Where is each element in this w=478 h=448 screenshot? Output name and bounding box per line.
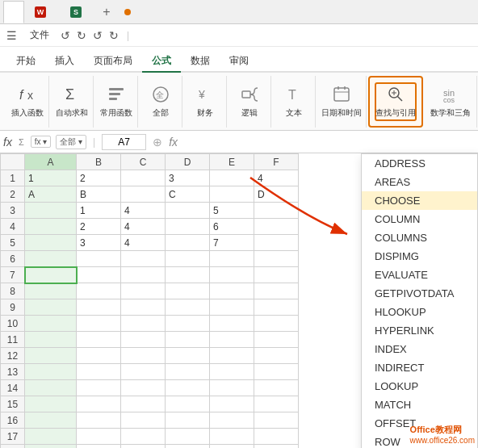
ribbon-tab-start[interactable]: 开始 [6,51,45,73]
cell-F2[interactable]: D [254,186,299,203]
ribbon-tab-review[interactable]: 审阅 [220,51,258,73]
cell-F18[interactable] [254,445,299,449]
cell-C18[interactable] [121,445,166,449]
cell-B11[interactable] [77,332,121,348]
cell-C7[interactable] [121,267,166,283]
cell-E18[interactable] [210,445,254,449]
cell-B2[interactable]: B [77,186,121,203]
cell-A2[interactable]: A [25,186,77,203]
cell-F4[interactable] [254,219,299,235]
cell-C13[interactable] [121,364,166,380]
undo2-icon[interactable]: ↺ [93,29,103,42]
cell-E11[interactable] [210,332,254,348]
cell-D11[interactable] [166,332,210,348]
cell-A12[interactable] [25,348,77,364]
math-button[interactable]: sin cos 数学和三角 [430,82,472,121]
redo-icon[interactable]: ↻ [77,29,86,42]
cell-C6[interactable] [121,251,166,267]
dropdown-item-hlookup[interactable]: HLOOKUP [362,303,477,321]
cell-F14[interactable] [254,380,299,396]
cell-F1[interactable]: 4 [254,170,299,186]
lookup-button[interactable]: 查找与引用 [375,82,417,121]
cell-D14[interactable] [166,380,210,396]
cell-C9[interactable] [121,299,166,316]
cell-C14[interactable] [121,380,166,396]
sigma-small-icon[interactable]: Σ [19,137,24,147]
text-button[interactable]: T 文本 [278,82,310,121]
cell-C2[interactable] [121,186,166,203]
logic-button[interactable]: 逻辑 [233,82,266,121]
cell-D12[interactable] [166,348,210,364]
cell-A5[interactable] [25,235,77,251]
auto-sum-button[interactable]: Σ 自动求和 [56,82,88,121]
all-fn-button[interactable]: 全 全部 [145,82,177,121]
cell-B14[interactable] [77,380,121,396]
cell-reference-input[interactable] [102,134,146,150]
cell-A1[interactable]: 1 [25,170,77,186]
cell-E6[interactable] [210,251,254,267]
dropdown-item-lookup[interactable]: LOOKUP [362,377,477,396]
cell-B10[interactable] [77,316,121,332]
datetime-button[interactable]: 日期和时间 [322,82,361,121]
cell-B17[interactable] [77,429,121,445]
cell-B3[interactable]: 1 [77,203,121,219]
hamburger-icon[interactable]: ☰ [6,29,17,42]
menu-file[interactable]: 文件 [23,27,56,44]
cell-A18[interactable] [25,445,77,449]
cell-D9[interactable] [166,299,210,316]
cell-D17[interactable] [166,429,210,445]
dropdown-item-columns[interactable]: COLUMNS [362,228,477,247]
cell-B1[interactable]: 2 [77,170,121,186]
cell-D5[interactable] [166,235,210,251]
cell-A7[interactable] [25,267,77,283]
cell-A13[interactable] [25,364,77,380]
cell-C16[interactable] [121,412,166,429]
cell-D2[interactable]: C [166,186,210,203]
cell-F9[interactable] [254,299,299,316]
cell-E8[interactable] [210,283,254,299]
cell-F17[interactable] [254,429,299,445]
cell-F15[interactable] [254,396,299,412]
cell-E9[interactable] [210,299,254,316]
cell-E13[interactable] [210,364,254,380]
cell-E10[interactable] [210,316,254,332]
cell-D1[interactable]: 3 [166,170,210,186]
cell-B13[interactable] [77,364,121,380]
dropdown-item-dispimg[interactable]: DISPIMG [362,247,477,266]
cell-F11[interactable] [254,332,299,348]
ribbon-tab-insert[interactable]: 插入 [45,51,84,73]
cell-B15[interactable] [77,396,121,412]
dropdown-item-choose[interactable]: CHOOSE [362,191,477,210]
col-header-B[interactable]: B [77,154,121,170]
cell-B7[interactable] [77,267,121,283]
cell-B16[interactable] [77,412,121,429]
cell-F10[interactable] [254,316,299,332]
cell-B6[interactable] [77,251,121,267]
dropdown-item-address[interactable]: ADDRESS [362,154,477,173]
ribbon-tab-formula[interactable]: 公式 [142,51,181,73]
common-fn-button[interactable]: 常用函数 [100,82,132,121]
cell-C3[interactable]: 4 [121,203,166,219]
cell-A16[interactable] [25,412,77,429]
cell-A6[interactable] [25,251,77,267]
ribbon-tab-data[interactable]: 数据 [181,51,220,73]
cell-C10[interactable] [121,316,166,332]
dropdown-item-match[interactable]: MATCH [362,396,477,414]
tab-home[interactable] [3,1,24,23]
redo2-icon[interactable]: ↻ [109,29,119,42]
cell-E17[interactable] [210,429,254,445]
cell-D4[interactable] [166,219,210,235]
dropdown-item-evaluate[interactable]: EVALUATE [362,266,477,284]
cell-F5[interactable] [254,235,299,251]
dropdown-item-areas[interactable]: AREAS [362,173,477,191]
cell-B8[interactable] [77,283,121,299]
cell-A15[interactable] [25,396,77,412]
cell-F16[interactable] [254,412,299,429]
cell-F12[interactable] [254,348,299,364]
cell-D13[interactable] [166,364,210,380]
cell-A9[interactable] [25,299,77,316]
cell-C17[interactable] [121,429,166,445]
cell-D18[interactable] [166,445,210,449]
undo-icon[interactable]: ↺ [61,29,70,42]
cell-E3[interactable]: 5 [210,203,254,219]
